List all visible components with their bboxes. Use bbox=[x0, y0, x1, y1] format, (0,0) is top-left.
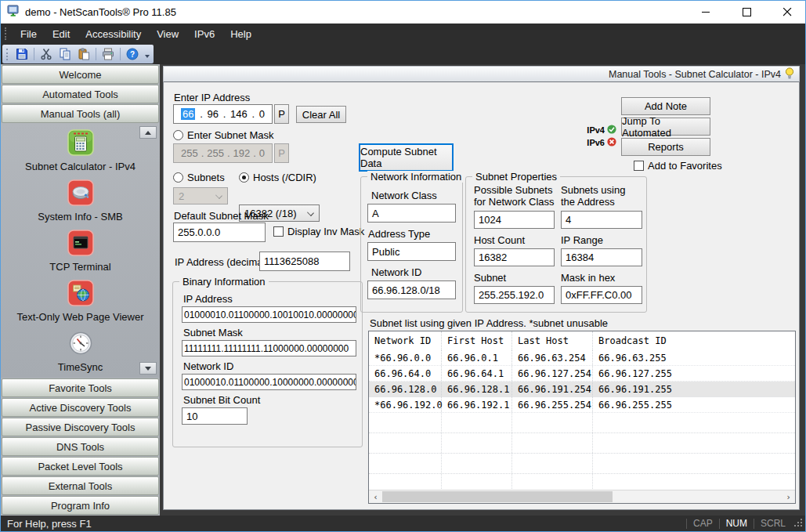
tool-item-timesync[interactable]: TimeSync bbox=[1, 330, 160, 373]
mask-dot: . bbox=[227, 147, 230, 159]
subnets-using-value[interactable]: 4 bbox=[561, 211, 642, 229]
ip-range-value[interactable]: 16384 bbox=[561, 248, 642, 266]
clear-all-button[interactable]: Clear All bbox=[296, 106, 346, 123]
sidebar-section-favorite-tools[interactable]: Favorite Tools bbox=[2, 378, 159, 397]
cell: 66.96.128.1 bbox=[442, 382, 512, 396]
scroll-left-icon[interactable]: ‹ bbox=[369, 490, 382, 503]
binary-network-input[interactable]: 01000010.01100000.10000000.00000000 bbox=[182, 374, 356, 390]
help-icon[interactable]: ? bbox=[123, 45, 142, 63]
table-row[interactable]: 66.96.64.0 66.96.64.1 66.96.127.254 66.9… bbox=[369, 366, 795, 382]
subnet-list-table: Network ID First Host Last Host Broadcas… bbox=[368, 331, 796, 504]
menu-view[interactable]: View bbox=[149, 24, 186, 44]
network-id-value[interactable]: 66.96.128.0/18 bbox=[367, 280, 456, 299]
menu-ipv6[interactable]: IPv6 bbox=[186, 24, 222, 44]
subnets-combo-value: 2 bbox=[179, 190, 184, 202]
sidebar-section-active-discovery[interactable]: Active Discovery Tools bbox=[2, 398, 159, 417]
binary-ip-label: IP Address bbox=[183, 293, 356, 305]
address-type-value[interactable]: Public bbox=[367, 242, 456, 261]
toolbar-overflow-icon[interactable] bbox=[145, 55, 150, 58]
sidebar-section-dns-tools[interactable]: DNS Tools bbox=[2, 437, 159, 456]
binary-mask-input[interactable]: 11111111.11111111.11000000.00000000 bbox=[182, 340, 356, 356]
decimal-input[interactable]: 1113625088 bbox=[259, 252, 350, 271]
scroll-up-button[interactable] bbox=[139, 126, 157, 139]
jump-to-automated-button[interactable]: Jump To Automated bbox=[621, 118, 710, 136]
scroll-down-button[interactable] bbox=[139, 362, 157, 375]
subnets-radio-row[interactable]: Subnets bbox=[173, 172, 225, 183]
tool-item-system-info[interactable]: System Info - SMB bbox=[1, 179, 160, 223]
subnet-value[interactable]: 255.255.192.0 bbox=[474, 286, 555, 304]
tool-item-tcp-terminal[interactable]: TCP Terminal bbox=[1, 230, 160, 273]
ip-dot: . bbox=[223, 108, 226, 120]
ipv4-label: IPv4 bbox=[587, 125, 605, 135]
table-row-highlighted[interactable]: 66.96.128.0 66.96.128.1 66.96.191.254 66… bbox=[369, 382, 795, 397]
sidebar-section-welcome[interactable]: Welcome bbox=[2, 65, 159, 84]
mask-hex-value[interactable]: 0xFF.FF.C0.00 bbox=[561, 286, 642, 304]
sidebar-section-manual-tools[interactable]: Manual Tools (all) bbox=[2, 104, 159, 123]
scrollbar-thumb[interactable] bbox=[382, 491, 613, 502]
toolbar-strip: ? bbox=[2, 45, 154, 63]
binary-mask-label: Subnet Mask bbox=[183, 327, 356, 338]
save-icon[interactable] bbox=[13, 45, 31, 63]
inv-mask-checkbox-row[interactable]: Display Inv Mask bbox=[273, 226, 364, 237]
menu-bar: File Edit Accessibility View IPv6 Help bbox=[1, 24, 805, 44]
ipv6-x-icon bbox=[607, 136, 616, 150]
enter-subnet-mask-label: Enter Subnet Mask bbox=[187, 129, 274, 141]
ip-p-button[interactable]: P bbox=[274, 104, 289, 124]
ip-range-label: IP Range bbox=[561, 234, 642, 246]
col-network-id: Network ID bbox=[369, 331, 442, 350]
compute-subnet-button[interactable]: Compute Subnet Data bbox=[359, 143, 454, 172]
cell: 66.96.192.1 bbox=[442, 397, 512, 412]
inv-mask-checkbox[interactable] bbox=[273, 226, 284, 237]
horizontal-scrollbar[interactable]: ‹ › bbox=[369, 490, 795, 503]
cut-icon[interactable] bbox=[37, 45, 56, 63]
ip-address-input[interactable]: 66 . 96 . 146 . 0 bbox=[173, 104, 273, 124]
menu-help[interactable]: Help bbox=[222, 24, 259, 44]
tool-item-subnet-calculator[interactable]: Subnet Calculator - IPv4 bbox=[1, 129, 160, 172]
network-class-value[interactable]: A bbox=[367, 204, 456, 223]
address-type-label: Address Type bbox=[368, 228, 456, 240]
table-row[interactable]: *66.96.192.0 66.96.192.1 66.96.255.254 6… bbox=[369, 397, 795, 413]
scroll-right-icon[interactable]: › bbox=[782, 490, 795, 503]
maximize-button[interactable] bbox=[729, 1, 764, 24]
lightbulb-icon[interactable] bbox=[785, 67, 794, 81]
mask-octet-1: 255 bbox=[181, 147, 198, 159]
binary-ip-input[interactable]: 01000010.01100000.10010010.00000000 bbox=[182, 306, 356, 323]
menu-accessibility[interactable]: Accessibility bbox=[78, 24, 149, 44]
hosts-radio-row[interactable]: Hosts (/CDIR) bbox=[239, 172, 316, 183]
main-area: Manual Tools - Subnet Calculator - IPv4 … bbox=[160, 64, 805, 516]
subnet-calculator-icon bbox=[67, 129, 94, 159]
tool-item-label: Text-Only Web Page Viewer bbox=[16, 311, 143, 323]
sidebar-section-program-info[interactable]: Program Info bbox=[2, 496, 159, 515]
enter-subnet-mask-radio[interactable] bbox=[173, 130, 183, 140]
print-icon[interactable] bbox=[99, 45, 117, 63]
copy-icon[interactable] bbox=[56, 45, 74, 63]
hosts-radio[interactable] bbox=[239, 172, 249, 183]
menu-edit[interactable]: Edit bbox=[45, 24, 78, 44]
sidebar-section-automated-tools[interactable]: Automated Tools bbox=[2, 85, 159, 103]
reports-button[interactable]: Reports bbox=[621, 138, 710, 156]
default-mask-input[interactable]: 255.0.0.0 bbox=[173, 223, 266, 242]
bit-count-input[interactable]: 10 bbox=[182, 407, 248, 425]
network-id-label: Network ID bbox=[371, 266, 456, 278]
sidebar-section-external-tools[interactable]: External Tools bbox=[2, 476, 159, 495]
add-note-button[interactable]: Add Note bbox=[621, 97, 710, 115]
cell: 66.96.255.254 bbox=[512, 397, 593, 412]
binary-network-label: Network ID bbox=[183, 360, 356, 372]
resize-grip-icon[interactable] bbox=[793, 518, 803, 530]
paste-icon[interactable] bbox=[74, 45, 93, 63]
sidebar-section-passive-discovery[interactable]: Passive Discovery Tools bbox=[2, 418, 159, 436]
toolbar-separator bbox=[120, 48, 121, 60]
host-count-value[interactable]: 16382 bbox=[474, 248, 555, 266]
minimize-button[interactable] bbox=[689, 1, 724, 24]
subnets-radio[interactable] bbox=[173, 172, 183, 183]
close-button[interactable] bbox=[770, 1, 805, 24]
possible-subnets-value[interactable]: 1024 bbox=[474, 211, 555, 229]
table-row[interactable]: *66.96.0.0 66.96.0.1 66.96.63.254 66.96.… bbox=[369, 350, 795, 366]
favorites-checkbox[interactable] bbox=[634, 161, 644, 171]
sidebar-section-packet-level[interactable]: Packet Level Tools bbox=[2, 457, 159, 476]
content-panel: Enter IP Address 66 . 96 . 146 . 0 P Cle… bbox=[163, 82, 800, 510]
menu-file[interactable]: File bbox=[13, 24, 45, 44]
tool-item-web-page-viewer[interactable]: Text-Only Web Page Viewer bbox=[1, 280, 160, 323]
favorites-checkbox-row[interactable]: Add to Favorites bbox=[634, 160, 722, 172]
enter-subnet-mask-radio-row[interactable]: Enter Subnet Mask bbox=[173, 129, 274, 141]
